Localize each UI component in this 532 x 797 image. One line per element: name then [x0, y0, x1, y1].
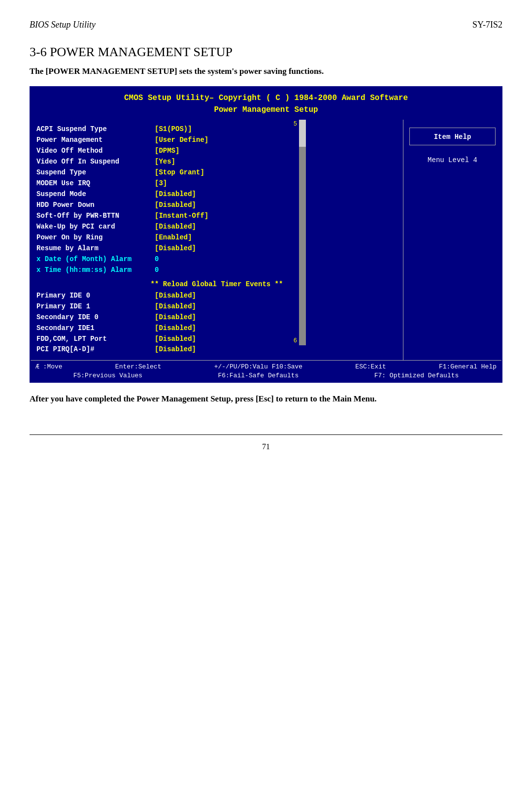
value-pri-ide1: [Disabled]: [155, 302, 196, 310]
footer-value: +/-/PU/PD:Valu F10:Save: [214, 363, 302, 370]
value-sec-ide0: [Disabled]: [155, 313, 196, 321]
item-help-box: Item Help: [409, 128, 496, 145]
bios-row-modem-irq: MODEM Use IRQ [3]: [31, 178, 403, 189]
value-resume-alarm: [Disabled]: [155, 244, 196, 252]
label-suspend-mode: Suspend Mode: [36, 190, 155, 198]
bios-row-suspend-type: Suspend Type [Stop Grant]: [31, 167, 403, 178]
value-fdd-com: [Disabled]: [155, 335, 196, 343]
bios-row-soft-off: Soft-Off by PWR-BTTN [Instant-Off]: [31, 210, 403, 221]
bios-footer: Æ :Move Enter:Select +/-/PU/PD:Valu F10:…: [31, 360, 501, 382]
footer-help: F1:General Help: [439, 363, 497, 370]
menu-level: Menu Level 4: [428, 156, 477, 164]
page-footer: 71: [30, 434, 502, 451]
bios-box: CMOS Setup Utility– Copyright ( C ) 1984…: [30, 86, 502, 383]
label-power-mgmt: Power Management: [36, 136, 155, 144]
after-text: After you have completed the Power Manag…: [30, 393, 502, 405]
footer-f6: F6:Fail-Safe Defaults: [218, 372, 299, 379]
footer-f5: F5:Previous Values: [73, 372, 142, 379]
bios-row-pri-ide1: Primary IDE 1 [Disabled]: [31, 301, 403, 312]
bios-row-date-alarm: x Date (of Month) Alarm 0: [31, 254, 403, 265]
bios-row-pci-pirq: PCI PIRQ[A-D]# [Disabled]: [31, 344, 403, 356]
label-soft-off: Soft-Off by PWR-BTTN: [36, 212, 155, 220]
footer-row1: Æ :Move Enter:Select +/-/PU/PD:Valu F10:…: [35, 363, 497, 370]
label-time-alarm: x Time (hh:mm:ss) Alarm: [36, 266, 155, 274]
footer-move: Æ :Move: [35, 363, 63, 370]
label-suspend-type: Suspend Type: [36, 168, 155, 176]
bios-row-video-off-method: Video Off Method [DPMS]: [31, 145, 403, 156]
value-time-alarm: 0: [155, 266, 159, 274]
label-video-off-method: Video Off Method: [36, 147, 155, 155]
footer-exit: ESC:Exit: [355, 363, 386, 370]
scroll-bottom-marker: 6: [294, 337, 297, 344]
scroll-top-marker: 5: [294, 121, 297, 128]
scrollbar-thumb[interactable]: [299, 120, 306, 147]
value-sec-ide1: [Disabled]: [155, 324, 196, 332]
header-right: SY-7IS2: [472, 20, 502, 30]
bios-header-line1: CMOS Setup Utility– Copyright ( C ) 1984…: [34, 92, 498, 104]
value-pci-pirq: [Disabled]: [155, 345, 196, 353]
bios-content-wrapper: 5 ACPI Suspend Type [S1(POS)] Power Mana…: [31, 120, 501, 360]
bios-row-suspend-mode: Suspend Mode [Disabled]: [31, 189, 403, 199]
header-left: BIOS Setup Utility: [30, 20, 96, 30]
bios-row-wakeup-pci: Wake-Up by PCI card [Disabled]: [31, 221, 403, 232]
value-suspend-mode: [Disabled]: [155, 190, 196, 198]
label-acpi-suspend: ACPI Suspend Type: [36, 125, 155, 133]
bios-row-video-off-suspend: Video Off In Suspend [Yes]: [31, 156, 403, 167]
value-video-off-method: [DPMS]: [155, 147, 179, 155]
bios-row-power-mgmt: Power Management [User Define]: [31, 134, 403, 145]
label-sec-ide1: Secondary IDE1: [36, 324, 155, 332]
bios-header: CMOS Setup Utility– Copyright ( C ) 1984…: [31, 87, 501, 120]
bios-row-power-on-ring: Power On by Ring [Enabled]: [31, 232, 403, 243]
value-wakeup-pci: [Disabled]: [155, 223, 196, 231]
page-number: 71: [262, 442, 270, 451]
label-hdd-power: HDD Power Down: [36, 201, 155, 209]
section-subtitle: The [POWER MANAGEMENT SETUP] sets the sy…: [30, 66, 502, 77]
footer-row2: F5:Previous Values F6:Fail-Safe Defaults…: [35, 372, 497, 379]
label-modem-irq: MODEM Use IRQ: [36, 179, 155, 187]
page-header: BIOS Setup Utility SY-7IS2: [30, 20, 502, 30]
bios-sidebar: Item Help Menu Level 4: [403, 120, 501, 360]
label-resume-alarm: Resume by Alarm: [36, 244, 155, 252]
value-pri-ide0: [Disabled]: [155, 292, 196, 299]
label-video-off-suspend: Video Off In Suspend: [36, 158, 155, 166]
bios-row-sec-ide0: Secondary IDE 0 [Disabled]: [31, 312, 403, 323]
bios-content-outer: 5 ACPI Suspend Type [S1(POS)] Power Mana…: [31, 120, 501, 382]
bios-row-sec-ide1: Secondary IDE1 [Disabled]: [31, 323, 403, 333]
value-soft-off: [Instant-Off]: [155, 212, 208, 220]
bios-row-pri-ide0: Primary IDE 0 [Disabled]: [31, 290, 403, 301]
bios-header-line2: Power Management Setup: [34, 104, 498, 116]
label-fdd-com: FDD,COM, LPT Port: [36, 335, 155, 343]
label-pri-ide1: Primary IDE 1: [36, 302, 155, 310]
section-title: 3-6 POWER MANAGEMENT SETUP: [30, 45, 502, 60]
value-power-mgmt: [User Define]: [155, 136, 208, 144]
label-date-alarm: x Date (of Month) Alarm: [36, 255, 155, 263]
value-suspend-type: [Stop Grant]: [155, 168, 204, 176]
item-help-title: Item Help: [434, 133, 471, 141]
label-pci-pirq: PCI PIRQ[A-D]#: [36, 345, 155, 353]
bios-row-resume-alarm: Resume by Alarm [Disabled]: [31, 243, 403, 254]
bios-row-fdd-com: FDD,COM, LPT Port [Disabled]: [31, 333, 403, 344]
value-hdd-power: [Disabled]: [155, 201, 196, 209]
bios-row-time-alarm: x Time (hh:mm:ss) Alarm 0: [31, 265, 403, 275]
label-power-on-ring: Power On by Ring: [36, 233, 155, 241]
value-modem-irq: [3]: [155, 179, 167, 187]
label-sec-ide0: Secondary IDE 0: [36, 313, 155, 321]
value-power-on-ring: [Enabled]: [155, 233, 192, 241]
footer-select: Enter:Select: [115, 363, 162, 370]
value-video-off-suspend: [Yes]: [155, 158, 175, 166]
value-acpi-suspend: [S1(POS)]: [155, 125, 192, 133]
reload-timer-header: ** Reload Global Timer Events **: [31, 278, 403, 290]
value-date-alarm: 0: [155, 255, 159, 263]
scrollbar[interactable]: [299, 120, 306, 345]
bios-main: 5 ACPI Suspend Type [S1(POS)] Power Mana…: [31, 120, 403, 360]
bios-row-acpi: ACPI Suspend Type [S1(POS)]: [31, 124, 403, 134]
bios-row-hdd-power: HDD Power Down [Disabled]: [31, 199, 403, 210]
footer-f7: F7: Optimized Defaults: [374, 372, 459, 379]
label-pri-ide0: Primary IDE 0: [36, 292, 155, 299]
label-wakeup-pci: Wake-Up by PCI card: [36, 223, 155, 231]
